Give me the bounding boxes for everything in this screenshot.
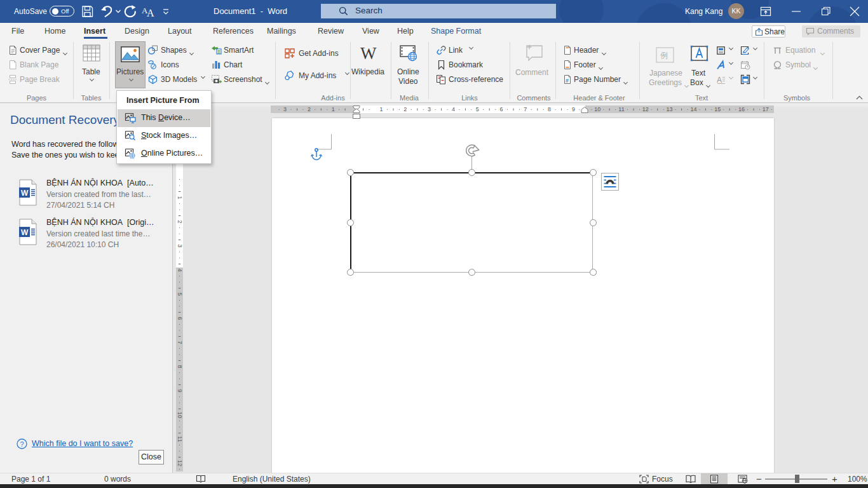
svg-text:2: 2: [177, 220, 183, 223]
svg-text:10: 10: [594, 106, 600, 112]
svg-text:1: 1: [177, 196, 183, 199]
svg-text:6: 6: [499, 106, 503, 112]
svg-text:5: 5: [177, 292, 183, 295]
svg-text:14: 14: [690, 106, 696, 112]
svg-text:3: 3: [428, 106, 431, 112]
svg-text:5: 5: [476, 106, 479, 112]
svg-text:8: 8: [548, 106, 551, 112]
svg-text:4: 4: [452, 106, 455, 112]
svg-text:8: 8: [177, 365, 183, 368]
svg-text:13: 13: [667, 106, 673, 112]
svg-text:11: 11: [177, 436, 183, 442]
svg-text:2: 2: [403, 106, 407, 112]
svg-text:9: 9: [572, 106, 575, 112]
svg-text:4: 4: [177, 268, 183, 271]
svg-text:6: 6: [177, 316, 183, 320]
svg-text:A: A: [717, 76, 722, 85]
svg-text:15: 15: [714, 106, 721, 112]
svg-text:W: W: [21, 189, 29, 198]
svg-text:17: 17: [763, 106, 769, 112]
svg-text:7: 7: [177, 341, 183, 344]
svg-text:16: 16: [738, 106, 745, 112]
svg-text:3: 3: [177, 244, 183, 247]
svg-text:10: 10: [177, 412, 183, 418]
svg-text:3: 3: [283, 106, 287, 112]
svg-text:W: W: [21, 228, 29, 237]
svg-text:1: 1: [379, 106, 383, 112]
svg-text:2: 2: [308, 106, 311, 112]
svg-text:9: 9: [177, 389, 183, 392]
svg-text:例: 例: [660, 51, 668, 60]
svg-text:A: A: [147, 8, 154, 18]
svg-text:#: #: [566, 78, 569, 84]
svg-text:1: 1: [332, 106, 335, 112]
svg-text:7: 7: [524, 106, 527, 112]
svg-text:12: 12: [642, 106, 649, 112]
svg-text:?: ?: [20, 440, 24, 448]
svg-text:12: 12: [177, 460, 183, 466]
svg-text:11: 11: [618, 106, 624, 112]
